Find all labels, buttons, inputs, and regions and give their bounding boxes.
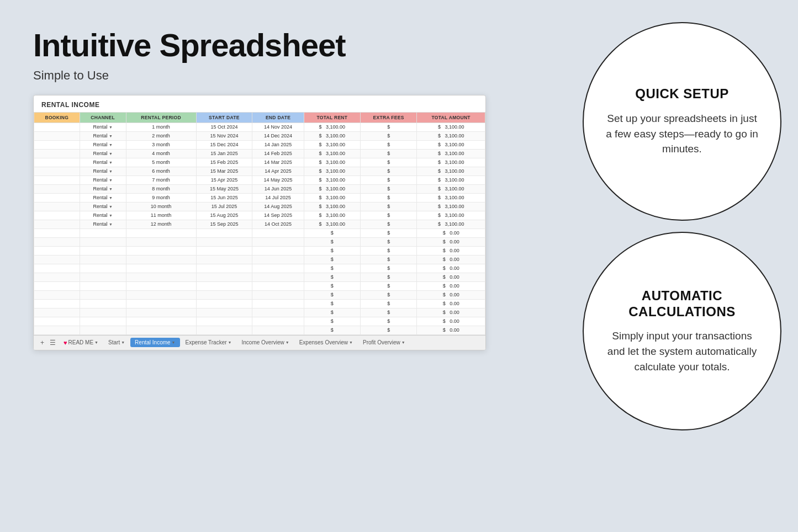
cell-booking	[34, 264, 80, 273]
cell-total: $ 3,100.00	[417, 167, 485, 175]
row-dropdown-icon[interactable]: ▼	[109, 222, 113, 226]
cell-channel	[80, 264, 126, 273]
profit-dropdown-icon[interactable]: ▼	[401, 341, 405, 344]
cell-rent: $ 3,100.00	[304, 149, 360, 158]
cell-channel: Rental ▼	[80, 149, 126, 158]
cell-end	[252, 308, 304, 317]
cell-end: 14 Jun 2025	[252, 184, 304, 193]
cell-booking	[34, 131, 80, 140]
cell-rent: $	[304, 237, 360, 246]
tab-rental-income-label: Rental Income	[135, 339, 170, 345]
row-dropdown-icon[interactable]: ▼	[109, 178, 113, 182]
cell-rent: $ 3,100.00	[304, 193, 360, 202]
cell-booking	[34, 211, 80, 220]
tab-start[interactable]: Start ▼	[104, 338, 129, 347]
cell-rent: $ 3,100.00	[304, 131, 360, 140]
table-row: $ $ $ 0.00	[34, 255, 485, 264]
row-dropdown-icon[interactable]: ▼	[109, 187, 113, 191]
cell-period	[126, 237, 196, 246]
cell-channel: Rental ▼	[80, 158, 126, 167]
table-row: Rental ▼ 12 month 15 Sep 2025 14 Oct 202…	[34, 220, 485, 228]
expenses-overview-dropdown-icon[interactable]: ▼	[349, 341, 353, 344]
cell-extra: $	[360, 202, 416, 211]
cell-period: 6 month	[126, 167, 196, 175]
start-dropdown-icon[interactable]: ▼	[121, 341, 125, 344]
auto-calc-circle: AUTOMATIC CALCULATIONS Simply input your…	[583, 232, 781, 430]
cell-end	[252, 228, 304, 237]
cell-booking	[34, 237, 80, 246]
row-dropdown-icon[interactable]: ▼	[109, 143, 113, 147]
add-sheet-button[interactable]: +	[38, 339, 46, 347]
row-dropdown-icon[interactable]: ▼	[109, 205, 113, 209]
tab-readme[interactable]: ♥ READ ME ▼	[59, 338, 103, 348]
cell-booking	[34, 140, 80, 149]
tab-expenses-overview[interactable]: Expenses Overview ▼	[295, 338, 357, 347]
income-overview-dropdown-icon[interactable]: ▼	[286, 341, 289, 344]
cell-channel	[80, 299, 126, 308]
row-dropdown-icon[interactable]: ▼	[109, 169, 113, 173]
cell-start	[196, 290, 252, 299]
cell-extra: $	[360, 308, 416, 317]
cell-rent: $ 3,100.00	[304, 140, 360, 149]
cell-booking	[34, 220, 80, 228]
table-row: Rental ▼ 3 month 15 Dec 2024 14 Jan 2025…	[34, 140, 485, 149]
cell-booking	[34, 317, 80, 326]
tab-profit-overview[interactable]: Profit Overview ▼	[358, 338, 410, 347]
rental-dropdown-icon[interactable]: ▼	[172, 341, 176, 344]
cell-period	[126, 326, 196, 334]
cell-booking	[34, 228, 80, 237]
row-dropdown-icon[interactable]: ▼	[109, 161, 113, 164]
table-row: $ $ $ 0.00	[34, 273, 485, 281]
cell-period	[126, 264, 196, 273]
table-row: $ $ $ 0.00	[34, 264, 485, 273]
row-dropdown-icon[interactable]: ▼	[109, 152, 113, 156]
cell-channel: Rental ▼	[80, 175, 126, 184]
subtitle: Simple to Use	[33, 68, 508, 83]
cell-total: $ 0.00	[417, 273, 485, 281]
cell-start: 15 Oct 2024	[196, 123, 252, 131]
tab-expense-tracker[interactable]: Expense Tracker ▼	[181, 338, 236, 347]
cell-extra: $	[360, 273, 416, 281]
tab-rental-income[interactable]: Rental Income ▼	[130, 338, 179, 347]
table-row: Rental ▼ 6 month 15 Mar 2025 14 Apr 2025…	[34, 167, 485, 175]
tab-income-overview[interactable]: Income Overview ▼	[237, 338, 294, 347]
expense-dropdown-icon[interactable]: ▼	[228, 341, 232, 344]
cell-channel: Rental ▼	[80, 167, 126, 175]
cell-rent: $	[304, 326, 360, 334]
cell-total: $ 3,100.00	[417, 202, 485, 211]
cell-channel	[80, 228, 126, 237]
cell-booking	[34, 255, 80, 264]
cell-period	[126, 273, 196, 281]
cell-extra: $	[360, 317, 416, 326]
cell-total: $ 3,100.00	[417, 131, 485, 140]
readme-dropdown-icon[interactable]: ▼	[94, 341, 98, 344]
cell-booking	[34, 202, 80, 211]
col-header-extra: EXTRA FEES	[360, 112, 416, 123]
col-header-rent: TOTAL RENT	[304, 112, 360, 123]
row-dropdown-icon[interactable]: ▼	[109, 134, 113, 138]
cell-extra: $	[360, 193, 416, 202]
sheet-list-button[interactable]: ☰	[47, 339, 58, 347]
page-container: Intuitive Spreadsheet Simple to Use RENT…	[0, 0, 798, 532]
cell-period: 10 month	[126, 202, 196, 211]
cell-total: $ 3,100.00	[417, 193, 485, 202]
quick-setup-circle: QUICK SETUP Set up your spreadsheets in …	[583, 22, 781, 221]
row-dropdown-icon[interactable]: ▼	[109, 214, 113, 217]
cell-end: 14 Mar 2025	[252, 158, 304, 167]
row-dropdown-icon[interactable]: ▼	[109, 125, 113, 129]
cell-start	[196, 273, 252, 281]
cell-start	[196, 299, 252, 308]
cell-period: 4 month	[126, 149, 196, 158]
cell-total: $ 0.00	[417, 237, 485, 246]
cell-booking	[34, 299, 80, 308]
tab-readme-label: READ ME	[68, 339, 94, 345]
cell-rent: $	[304, 255, 360, 264]
quick-setup-body: Set up your spreadsheets in just a few e…	[606, 111, 758, 157]
cell-period	[126, 228, 196, 237]
cell-channel: Rental ▼	[80, 211, 126, 220]
row-dropdown-icon[interactable]: ▼	[109, 196, 113, 200]
left-section: Intuitive Spreadsheet Simple to Use RENT…	[33, 28, 508, 350]
cell-channel	[80, 281, 126, 290]
cell-booking	[34, 175, 80, 184]
cell-rent: $ 3,100.00	[304, 220, 360, 228]
